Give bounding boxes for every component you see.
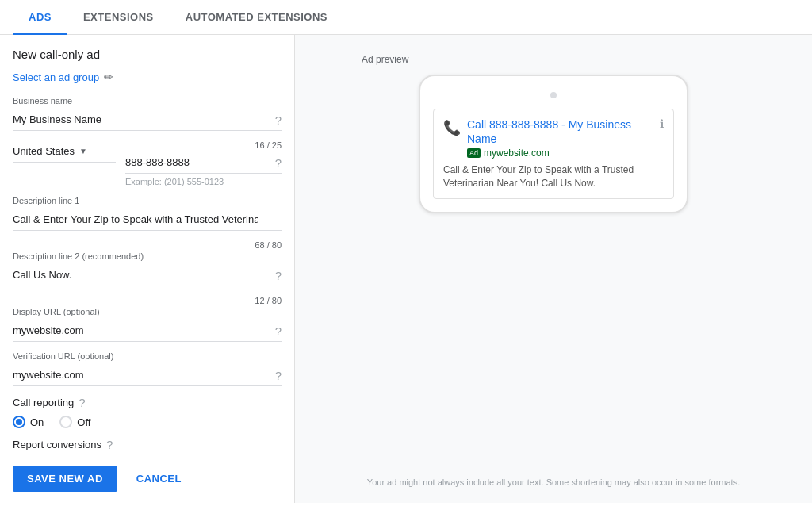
report-conversions-row: Report conversions ? [13, 438, 282, 451]
speaker-dot [550, 92, 557, 98]
verification-url-help-icon[interactable]: ? [275, 369, 282, 382]
ad-badge: Ad [467, 148, 481, 158]
desc1-label: Description line 1 [13, 196, 282, 205]
report-conversions-label: Report conversions [13, 439, 102, 450]
ad-url-row: Ad mywebsite.com [467, 148, 653, 159]
verification-url-input[interactable] [13, 364, 282, 386]
phone-counter: 16 / 25 [125, 140, 282, 150]
right-panel: Ad preview 📞 Call 888-888-8888 - My Busi… [295, 35, 812, 503]
display-url-label: Display URL (optional) [13, 307, 282, 316]
form-content: New call-only ad Select an ad group ✏ Bu… [0, 35, 294, 454]
phone-input[interactable] [125, 151, 282, 174]
call-reporting-section: Call reporting ? On Off [13, 396, 282, 428]
radio-off-label: Off [77, 416, 90, 428]
left-panel: New call-only ad Select an ad group ✏ Bu… [0, 35, 295, 503]
display-url-group: 12 / 80 Display URL (optional) ? [13, 296, 282, 342]
page-title: New call-only ad [13, 48, 282, 61]
display-url-input-wrap: ? [13, 320, 282, 342]
call-reporting-header: Call reporting ? [13, 396, 282, 409]
radio-on-circle [13, 416, 25, 428]
desc2-counter: 68 / 80 [13, 240, 282, 250]
phone-field-wrap: 16 / 25 ? Example: (201) 555-0123 [125, 140, 282, 186]
tab-automated-extensions[interactable]: AUTOMATED EXTENSIONS [170, 0, 343, 35]
ad-url: mywebsite.com [484, 148, 550, 159]
display-url-input[interactable] [13, 320, 282, 342]
desc1-group: Description line 1 [13, 196, 282, 231]
country-select[interactable]: United States ▼ [13, 140, 116, 163]
desc2-label: Description line 2 (recommended) [13, 251, 282, 261]
ad-card-header: 📞 Call 888-888-8888 - My Business Name A… [443, 117, 664, 159]
desc1-input-wrap [13, 209, 282, 231]
phone-speaker [433, 89, 674, 101]
form-footer: SAVE NEW AD CANCEL [0, 454, 294, 503]
call-reporting-label: Call reporting [13, 397, 74, 408]
radio-off-circle [59, 416, 72, 428]
radio-on-label: On [30, 416, 44, 428]
business-name-label: Business name [13, 96, 282, 105]
tab-extensions[interactable]: EXTENSIONS [67, 0, 170, 35]
save-new-ad-button[interactable]: SAVE NEW AD [13, 466, 117, 492]
radio-on-dot [16, 419, 22, 425]
report-conversions-help-icon[interactable]: ? [106, 438, 113, 451]
verification-url-label: Verification URL (optional) [13, 351, 282, 361]
phone-row: United States ▼ 16 / 25 ? Example: (201)… [13, 140, 282, 186]
verification-url-group: Verification URL (optional) ? [13, 351, 282, 386]
desc1-input[interactable] [13, 209, 282, 231]
country-label: United States [13, 145, 75, 157]
ad-group-link[interactable]: Select an ad group [13, 71, 99, 83]
desc2-help-icon[interactable]: ? [275, 269, 282, 282]
business-name-group: Business name ? [13, 96, 282, 131]
ad-card-title-wrap: Call 888-888-8888 - My Business Name Ad … [467, 117, 653, 159]
radio-on-option[interactable]: On [13, 416, 44, 428]
phone-call-icon: 📞 [443, 119, 461, 136]
desc2-group: 68 / 80 Description line 2 (recommended)… [13, 240, 282, 286]
phone-example-text: Example: (201) 555-0123 [125, 177, 282, 186]
ad-card: 📞 Call 888-888-8888 - My Business Name A… [433, 109, 674, 199]
ad-preview-label: Ad preview [362, 54, 408, 65]
business-name-help-icon[interactable]: ? [275, 113, 282, 127]
desc2-input[interactable] [13, 264, 282, 286]
call-reporting-help-icon[interactable]: ? [79, 396, 85, 409]
main-layout: New call-only ad Select an ad group ✏ Bu… [0, 35, 812, 503]
top-tab-bar: ADS EXTENSIONS AUTOMATED EXTENSIONS [0, 0, 812, 35]
ad-info-icon[interactable]: ℹ [660, 117, 664, 130]
desc2-input-wrap: ? [13, 264, 282, 286]
verification-url-input-wrap: ? [13, 364, 282, 386]
tab-ads[interactable]: ADS [13, 0, 67, 35]
ad-description: Call & Enter Your Zip to Speak with a Tr… [443, 163, 664, 190]
call-reporting-radio-group: On Off [13, 416, 282, 428]
business-name-input-wrap: ? [13, 109, 282, 131]
phone-mockup: 📞 Call 888-888-8888 - My Business Name A… [419, 75, 688, 213]
phone-help-icon[interactable]: ? [275, 156, 282, 170]
cancel-button[interactable]: CANCEL [127, 466, 191, 492]
radio-off-option[interactable]: Off [59, 416, 90, 428]
ad-title-text: Call 888-888-8888 - My Business Name [467, 117, 653, 146]
phone-input-wrap: ? [125, 151, 282, 174]
display-url-counter: 12 / 80 [13, 296, 282, 305]
business-name-input[interactable] [13, 109, 282, 131]
ad-group-select[interactable]: Select an ad group ✏ [13, 71, 282, 83]
display-url-help-icon[interactable]: ? [275, 324, 282, 338]
preview-note: Your ad might not always include all you… [351, 477, 756, 487]
country-dropdown-arrow: ▼ [79, 147, 87, 155]
pencil-icon[interactable]: ✏ [104, 71, 113, 83]
